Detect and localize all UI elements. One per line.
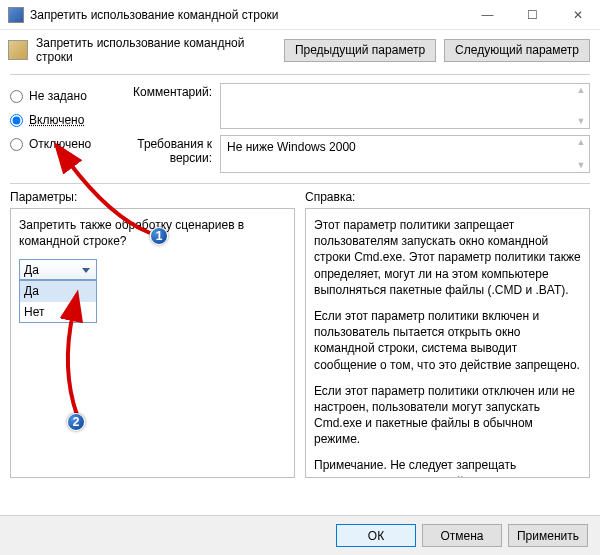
apply-button[interactable]: Применить [508,524,588,547]
scrollbar[interactable]: ▲▼ [575,138,587,170]
app-icon [8,7,24,23]
help-text: Если этот параметр политики отключен или… [314,383,581,448]
radio-disabled-label: Отключено [29,137,91,151]
requirements-label: Требования к версии: [120,135,220,173]
state-radios: Не задано Включено Отключено [10,83,120,179]
cancel-button[interactable]: Отмена [422,524,502,547]
previous-setting-button[interactable]: Предыдущий параметр [284,39,436,62]
requirements-value: Не ниже Windows 2000 [227,140,356,154]
policy-icon [8,40,28,60]
param-combo[interactable]: Да [19,259,97,280]
radio-disabled-input[interactable] [10,138,23,151]
radio-enabled-input[interactable] [10,114,23,127]
policy-title: Запретить использование командной строки [36,36,276,64]
separator [10,74,590,75]
help-text: Примечание. Не следует запрещать выполне… [314,457,581,478]
help-panel: Этот параметр политики запрещает пользов… [305,208,590,478]
dialog-footer: ОК Отмена Применить [0,515,600,555]
scrollbar[interactable]: ▲▼ [575,86,587,126]
close-button[interactable]: ✕ [555,0,600,29]
comment-label: Комментарий: [120,83,220,129]
window-title: Запретить использование командной строки [30,8,465,22]
maximize-button[interactable]: ☐ [510,0,555,29]
requirements-field: Не ниже Windows 2000 ▲▼ [220,135,590,173]
radio-not-configured-label: Не задано [29,89,87,103]
minimize-button[interactable]: — [465,0,510,29]
radio-not-configured[interactable]: Не задано [10,89,120,103]
param-combo-wrap: Да Да Нет [19,259,97,280]
radio-not-configured-input[interactable] [10,90,23,103]
combo-option-no[interactable]: Нет [20,302,96,322]
annotation-badge-1: 1 [150,227,168,245]
annotation-badge-2: 2 [67,413,85,431]
separator [10,183,590,184]
help-text: Если этот параметр политики включен и по… [314,308,581,373]
header: Запретить использование командной строки… [0,30,600,70]
annotation-arrow-2 [51,309,111,423]
parameters-label: Параметры: [10,190,295,204]
help-text: Этот параметр политики запрещает пользов… [314,217,581,298]
titlebar: Запретить использование командной строки… [0,0,600,30]
comment-field[interactable]: ▲▼ [220,83,590,129]
radio-enabled-label: Включено [29,113,84,127]
help-label: Справка: [305,190,590,204]
radio-disabled[interactable]: Отключено [10,137,120,151]
parameters-panel: Запретить также обработку сценариев в ко… [10,208,295,478]
param-combo-value: Да [24,262,39,278]
next-setting-button[interactable]: Следующий параметр [444,39,590,62]
ok-button[interactable]: ОК [336,524,416,547]
param-combo-dropdown: Да Нет [19,280,97,322]
radio-enabled[interactable]: Включено [10,113,120,127]
combo-option-yes[interactable]: Да [20,281,96,301]
